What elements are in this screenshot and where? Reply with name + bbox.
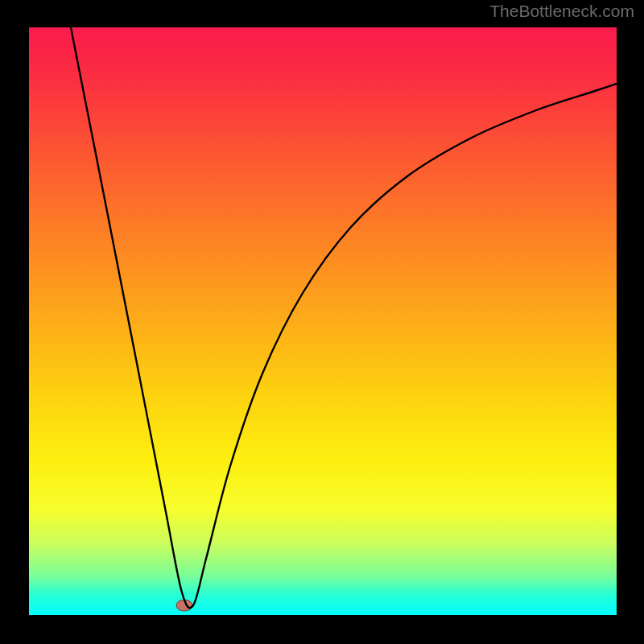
attribution-label: TheBottleneck.com: [489, 2, 634, 21]
chart-canvas: [29, 27, 617, 615]
stage: TheBottleneck.com: [0, 0, 644, 644]
chart-background: [29, 27, 617, 615]
